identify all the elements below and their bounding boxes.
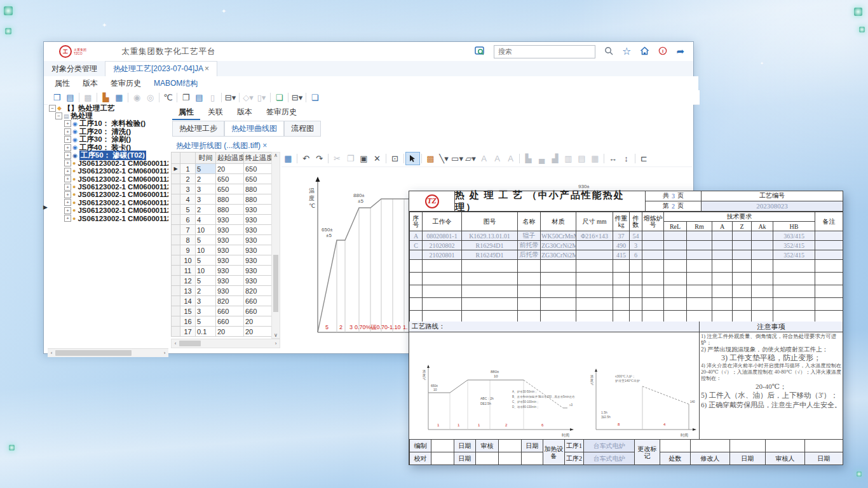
tab-heat-treatment-process[interactable]: 热处理工艺[2023-07-04]JA×	[105, 61, 217, 76]
col-time[interactable]: 时间	[196, 152, 216, 164]
scroll-right-icon[interactable]: ›	[161, 350, 168, 356]
bar-chart-icon[interactable]: ▙	[99, 92, 112, 104]
fit-width-icon[interactable]: ↔	[606, 152, 620, 165]
redo-icon[interactable]: ↷	[313, 152, 326, 165]
polygon-tool-icon[interactable]: ▱▾	[464, 152, 477, 165]
expand-icon[interactable]: +	[64, 175, 71, 182]
tab-version-detail[interactable]: 版本	[231, 105, 259, 120]
tab-version[interactable]: 版本	[77, 77, 104, 90]
table-row[interactable]: 910930930	[172, 245, 272, 255]
col-start-temp[interactable]: 起始温度	[216, 152, 244, 164]
table-vertical-scrollbar[interactable]: ∧ ∨	[271, 152, 280, 339]
table-row[interactable]: ▶1520650	[172, 164, 272, 174]
table-row[interactable]: 170.12020	[172, 327, 272, 337]
collapse-icon[interactable]: −	[55, 112, 62, 119]
expand-icon[interactable]: +	[64, 168, 71, 175]
table-row[interactable]: 1110930930	[172, 266, 272, 276]
search-box[interactable]	[494, 45, 595, 58]
copy-node-icon[interactable]: ❐	[179, 92, 193, 104]
scroll-left-icon[interactable]: ‹	[48, 350, 55, 356]
table-row[interactable]: 105930930	[172, 255, 272, 266]
expand-icon[interactable]: +	[64, 159, 71, 166]
database2-menu-icon[interactable]: ⊟▾	[290, 92, 304, 104]
tree-part[interactable]: +●JS06123002-1 CM0600011215	[64, 183, 168, 191]
distribute-icon[interactable]: ▥	[562, 152, 575, 165]
scroll-up-icon[interactable]: ∧	[272, 152, 280, 158]
table-row[interactable]: 52880930	[172, 205, 272, 215]
info-icon[interactable]: i	[658, 46, 667, 57]
curve-file-tab[interactable]: 热处理折线图 (...线图.tiff)×	[172, 139, 271, 153]
scroll-down-icon[interactable]: ∨	[272, 332, 280, 338]
expand-icon[interactable]: +	[64, 207, 71, 214]
expand-icon[interactable]: +	[64, 191, 71, 198]
tree-part[interactable]: +●JS06123002-1 CM0600011215	[64, 159, 168, 167]
expand-icon[interactable]: +	[64, 152, 71, 159]
distribute-icon[interactable]: ▦	[588, 152, 602, 165]
font-style-icon[interactable]: A	[491, 152, 504, 165]
expand-icon[interactable]: +	[64, 144, 71, 151]
tree-part[interactable]: +●JS06123002-1 CM0600011215	[64, 191, 168, 198]
paste-icon[interactable]: ▣	[357, 152, 370, 165]
tree-part[interactable]: +●JS06123002-1 CM0600011215	[64, 175, 168, 183]
copy-icon[interactable]: ❐	[344, 152, 357, 165]
delete-icon[interactable]: ✕	[370, 152, 384, 165]
scroll-right-icon[interactable]: ›	[272, 341, 280, 346]
more-tools-icon[interactable]: ⊏	[637, 152, 651, 165]
favorite-star-icon[interactable]: ☆	[622, 47, 631, 56]
tab-object-classification[interactable]: 对象分类管理	[44, 62, 105, 76]
font-style-icon[interactable]: A	[477, 152, 491, 165]
tree-root[interactable]: − ◆ 【】热处理工艺	[49, 104, 168, 112]
expand-icon[interactable]: +	[64, 199, 71, 206]
snapshot-locate-icon[interactable]: ◎	[144, 92, 157, 104]
tree-part[interactable]: +●JS06123002-1 CM0600011215	[64, 214, 168, 222]
scroll-thumb[interactable]	[273, 255, 278, 312]
panel-collapse-arrow[interactable]: ▶	[43, 204, 48, 210]
table-row[interactable]: 64930930	[172, 215, 272, 225]
insert-image-icon[interactable]: ▩	[424, 152, 437, 165]
expand-icon[interactable]: +	[64, 136, 71, 143]
browse-search-icon[interactable]	[475, 46, 485, 57]
expand-icon[interactable]: +	[64, 128, 71, 135]
marquee-select-icon[interactable]: ⊡	[388, 152, 402, 165]
search-icon[interactable]	[604, 46, 613, 57]
close-tab-icon[interactable]: ×	[205, 64, 209, 73]
table-row[interactable]: 710930930	[172, 225, 272, 235]
selected-cell[interactable]: 5	[196, 164, 216, 174]
expand-icon[interactable]: +	[64, 215, 71, 222]
table-row[interactable]: 125930930	[172, 276, 272, 286]
tab-attributes-detail[interactable]: 属性	[172, 105, 200, 120]
doc-menu-icon[interactable]: ▯▾	[255, 92, 268, 104]
tree-horizontal-scrollbar[interactable]: ‹ ›	[48, 348, 168, 357]
export-menu-icon[interactable]: ◇▾	[241, 92, 255, 104]
align-right-icon[interactable]: ▟	[548, 152, 562, 165]
scroll-left-icon[interactable]: ‹	[172, 341, 179, 346]
home-icon[interactable]	[640, 46, 649, 57]
tab-heat-steps[interactable]: 热处理工步	[172, 121, 224, 137]
align-left-icon[interactable]: ▙	[522, 152, 535, 165]
tab-attributes[interactable]: 属性	[49, 77, 76, 90]
scroll-thumb[interactable]	[55, 350, 132, 356]
col-end-temp[interactable]: 终止温度	[244, 152, 272, 164]
tab-mabom-structure[interactable]: MABOM结构	[148, 77, 203, 90]
image-icon[interactable]: ▩	[81, 92, 95, 104]
close-file-icon[interactable]: ×	[262, 141, 267, 150]
rect-tool-icon[interactable]: ▭▾	[451, 152, 464, 165]
open-flowsheet-icon[interactable]: ❒	[50, 92, 64, 104]
align-middle-icon[interactable]: ▄	[535, 152, 548, 165]
folder-search-icon[interactable]: ❏	[273, 92, 286, 104]
tab-sign-history[interactable]: 签审历史	[105, 77, 147, 90]
table-horizontal-scrollbar[interactable]: ‹ ›	[171, 339, 280, 348]
logout-icon[interactable]: ➦	[676, 47, 684, 56]
table-row[interactable]: 33650880	[172, 184, 272, 194]
collapse-icon[interactable]: −	[49, 105, 56, 112]
tab-sign-history-detail[interactable]: 签审历史	[260, 105, 303, 120]
expand-icon[interactable]: +	[64, 184, 71, 191]
database-menu-icon[interactable]: ⊟▾	[224, 92, 237, 104]
fit-height-icon[interactable]: ↕	[620, 152, 633, 165]
expand-icon[interactable]: +	[64, 120, 71, 127]
scroll-thumb[interactable]	[179, 341, 201, 346]
save-icon[interactable]: ▤	[64, 92, 77, 104]
table-row[interactable]: 132930820	[172, 286, 272, 296]
line-tool-icon[interactable]: ╲▾	[437, 152, 451, 165]
undo-icon[interactable]: ↶	[299, 152, 313, 165]
